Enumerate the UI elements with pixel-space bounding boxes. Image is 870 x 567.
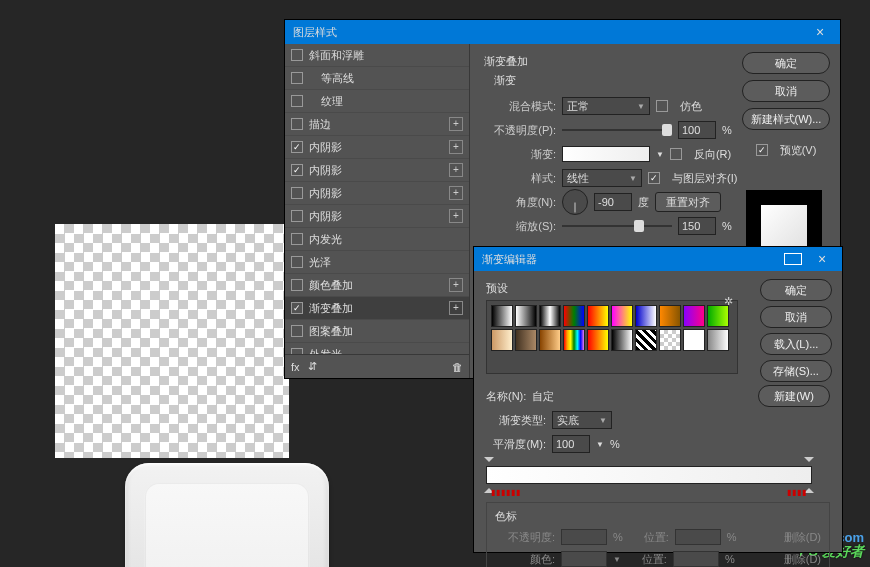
angle-dial[interactable] bbox=[562, 189, 588, 215]
effect-row[interactable]: 内发光 bbox=[285, 228, 469, 251]
gradient-preset[interactable] bbox=[539, 305, 561, 327]
effect-row[interactable]: 颜色叠加+ bbox=[285, 274, 469, 297]
add-effect-icon[interactable]: + bbox=[449, 301, 463, 315]
preview-checkbox[interactable] bbox=[756, 144, 768, 156]
gradient-preset[interactable] bbox=[587, 329, 609, 351]
add-effect-icon[interactable]: + bbox=[449, 163, 463, 177]
type-dropdown[interactable]: 实底▼ bbox=[552, 411, 612, 429]
gradient-editor-dialog: 渐变编辑器 × 确定 取消 载入(L)... 存储(S)... 预设 ✲ 名称(… bbox=[474, 247, 842, 552]
gradient-preset[interactable] bbox=[515, 329, 537, 351]
maximize-icon[interactable] bbox=[784, 253, 802, 265]
chevron-down-icon[interactable]: ▼ bbox=[656, 150, 664, 159]
opacity-input[interactable]: 100 bbox=[678, 121, 716, 139]
effect-checkbox[interactable] bbox=[291, 49, 303, 61]
keycap-inner bbox=[145, 483, 309, 567]
close-icon[interactable]: × bbox=[810, 251, 834, 267]
cancel-button[interactable]: 取消 bbox=[760, 306, 832, 328]
effect-row[interactable]: 内阴影+ bbox=[285, 159, 469, 182]
blend-mode-dropdown[interactable]: 正常▼ bbox=[562, 97, 650, 115]
keycap-outer bbox=[125, 463, 329, 567]
effect-row[interactable]: 图案叠加 bbox=[285, 320, 469, 343]
close-icon[interactable]: × bbox=[808, 24, 832, 40]
gradient-preset[interactable] bbox=[707, 329, 729, 351]
gradient-preset[interactable] bbox=[563, 329, 585, 351]
gradient-preset[interactable] bbox=[659, 305, 681, 327]
effect-row[interactable]: 渐变叠加+ bbox=[285, 297, 469, 320]
gradient-preset[interactable] bbox=[707, 305, 729, 327]
ok-button[interactable]: 确定 bbox=[742, 52, 830, 74]
gradient-preset[interactable] bbox=[515, 305, 537, 327]
name-value[interactable]: 自定 bbox=[532, 389, 752, 404]
gradient-preset[interactable] bbox=[659, 329, 681, 351]
effect-checkbox[interactable] bbox=[291, 325, 303, 337]
gradient-title: 渐变编辑器 bbox=[482, 252, 537, 267]
gradient-preset[interactable] bbox=[611, 305, 633, 327]
opacity-stop-left[interactable] bbox=[484, 455, 494, 467]
effect-row[interactable]: 斜面和浮雕 bbox=[285, 44, 469, 67]
effect-row[interactable]: 纹理 bbox=[285, 90, 469, 113]
reset-align-button[interactable]: 重置对齐 bbox=[655, 192, 721, 212]
scale-slider[interactable] bbox=[562, 219, 672, 233]
dialog-titlebar[interactable]: 图层样式 × bbox=[285, 20, 840, 44]
effect-checkbox[interactable] bbox=[291, 279, 303, 291]
gradient-bar[interactable]: ▮▮▮▮▮▮ ▮▮▮▮ bbox=[486, 466, 812, 484]
add-effect-icon[interactable]: + bbox=[449, 186, 463, 200]
gradient-preset[interactable] bbox=[491, 329, 513, 351]
smooth-input[interactable]: 100 bbox=[552, 435, 590, 453]
effect-checkbox[interactable] bbox=[291, 72, 303, 84]
effect-checkbox[interactable] bbox=[291, 210, 303, 222]
cancel-button[interactable]: 取消 bbox=[742, 80, 830, 102]
ok-button[interactable]: 确定 bbox=[760, 279, 832, 301]
effect-checkbox[interactable] bbox=[291, 256, 303, 268]
effect-checkbox[interactable] bbox=[291, 164, 303, 176]
gradient-swatch[interactable] bbox=[562, 146, 650, 162]
scale-input[interactable]: 150 bbox=[678, 217, 716, 235]
gradient-preset[interactable] bbox=[539, 329, 561, 351]
reverse-checkbox[interactable] bbox=[670, 148, 682, 160]
load-button[interactable]: 载入(L)... bbox=[760, 333, 832, 355]
effect-checkbox[interactable] bbox=[291, 95, 303, 107]
effect-checkbox[interactable] bbox=[291, 118, 303, 130]
gradient-titlebar[interactable]: 渐变编辑器 × bbox=[474, 247, 842, 271]
effect-row[interactable]: 描边+ bbox=[285, 113, 469, 136]
effect-row[interactable]: 等高线 bbox=[285, 67, 469, 90]
gradient-preset[interactable] bbox=[635, 329, 657, 351]
effect-checkbox[interactable] bbox=[291, 233, 303, 245]
gradient-preset[interactable] bbox=[683, 305, 705, 327]
add-effect-icon[interactable]: + bbox=[449, 209, 463, 223]
effect-checkbox[interactable] bbox=[291, 187, 303, 199]
effect-checkbox[interactable] bbox=[291, 302, 303, 314]
trash-icon[interactable]: 🗑 bbox=[452, 361, 463, 373]
fx-icon[interactable]: fx bbox=[291, 361, 300, 373]
gradient-preset[interactable] bbox=[611, 329, 633, 351]
effect-checkbox[interactable] bbox=[291, 141, 303, 153]
opacity-slider[interactable] bbox=[562, 123, 672, 137]
scale-label: 缩放(S): bbox=[484, 219, 556, 234]
style-dropdown[interactable]: 线性▼ bbox=[562, 169, 642, 187]
save-button[interactable]: 存储(S)... bbox=[760, 360, 832, 382]
add-effect-icon[interactable]: + bbox=[449, 117, 463, 131]
canvas-checker bbox=[55, 224, 289, 458]
effect-row[interactable]: 内阴影+ bbox=[285, 136, 469, 159]
gradient-preset[interactable] bbox=[683, 329, 705, 351]
dither-checkbox[interactable] bbox=[656, 100, 668, 112]
delete-stop-button-2: 删除(D) bbox=[784, 552, 821, 567]
gradient-preset[interactable] bbox=[491, 305, 513, 327]
gradient-preset[interactable] bbox=[587, 305, 609, 327]
new-button[interactable]: 新建(W) bbox=[758, 385, 830, 407]
add-effect-icon[interactable]: + bbox=[449, 140, 463, 154]
effect-row[interactable]: 内阴影+ bbox=[285, 182, 469, 205]
new-style-button[interactable]: 新建样式(W)... bbox=[742, 108, 830, 130]
add-effect-icon[interactable]: + bbox=[449, 278, 463, 292]
gradient-preset[interactable] bbox=[635, 305, 657, 327]
gradient-preset[interactable] bbox=[563, 305, 585, 327]
gear-icon[interactable]: ✲ bbox=[724, 295, 733, 308]
arrow-up-down-icon[interactable]: ⇵ bbox=[308, 360, 317, 373]
effect-row[interactable]: 光泽 bbox=[285, 251, 469, 274]
effect-label: 外发光 bbox=[309, 347, 463, 355]
effect-row[interactable]: 内阴影+ bbox=[285, 205, 469, 228]
angle-input[interactable]: -90 bbox=[594, 193, 632, 211]
effect-row[interactable]: 外发光 bbox=[285, 343, 469, 354]
opacity-stop-right[interactable] bbox=[804, 455, 814, 467]
align-checkbox[interactable] bbox=[648, 172, 660, 184]
